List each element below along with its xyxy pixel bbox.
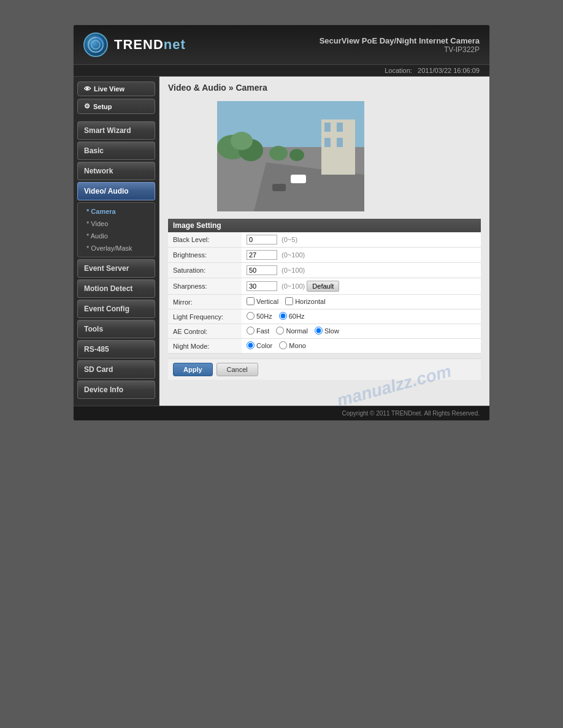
sidebar-item-basic[interactable]: Basic [77,142,155,160]
setup-label: Setup [93,103,112,110]
svg-rect-7 [337,123,343,132]
svg-rect-13 [291,175,306,183]
field-label-saturation: Saturation: [168,263,242,278]
cancel-button[interactable]: Cancel [216,363,258,376]
mirror-vertical-label[interactable]: Vertical [247,297,278,305]
svg-rect-14 [272,184,286,191]
sidebar-item-event-server[interactable]: Event Server [77,259,155,278]
ae-slow-label[interactable]: Slow [315,327,339,335]
svg-point-16 [289,149,304,161]
live-view-button[interactable]: 👁 Live View [77,82,155,96]
field-label-sharpness: Sharpness: [168,278,242,295]
saturation-range: (0~100) [282,267,305,274]
product-title: SecurView PoE Day/Night Internet Camera [320,36,480,45]
sidebar-item-network[interactable]: Network [77,162,155,180]
main-panel: Video & Audio » Camera [159,77,489,406]
sidebar-sub-item-video[interactable]: * Video [78,218,155,230]
sidebar-item-rs485[interactable]: RS-485 [77,340,155,358]
night-color-label[interactable]: Color [247,341,272,349]
black-level-range: (0~5) [282,236,297,243]
sidebar-item-device-info[interactable]: Device Info [77,381,155,399]
content-area: 👁 Live View ⚙ Setup Smart Wizard Basic N… [74,77,489,406]
brightness-range: (0~100) [282,251,305,259]
night-mono-label[interactable]: Mono [279,341,306,349]
svg-rect-6 [324,123,331,132]
table-row: Sharpness: (0~100) Default [168,278,481,295]
brightness-input[interactable] [247,250,277,260]
live-view-label: Live View [94,85,124,93]
copyright-text: Copyright © 2011 TRENDnet. All Rights Re… [342,410,480,417]
table-row: Mirror: Vertical Horizontal [168,295,481,309]
field-label-mirror: Mirror: [168,295,242,309]
header-product-info: SecurView PoE Day/Night Internet Camera … [320,36,480,54]
sidebar-item-event-config[interactable]: Event Config [77,300,155,318]
sharpness-input[interactable] [247,281,277,291]
location-label: Location: [385,67,412,74]
section-header: Image Setting [168,219,481,232]
svg-point-15 [269,146,288,161]
sidebar-sub-item-camera[interactable]: * Camera [78,205,155,218]
ae-normal-label[interactable]: Normal [276,327,307,335]
sidebar-sub-item-overlay[interactable]: * Overlay/Mask [78,242,155,254]
sidebar-sub-menu: * Camera * Video * Audio * Overlay/Mask [77,202,155,257]
field-label-light-freq: Light Frequency: [168,309,242,324]
action-buttons: Apply Cancel [168,358,481,380]
header: TRENDnet SecurView PoE Day/Night Interne… [74,25,489,65]
svg-rect-9 [337,138,343,147]
location-value: 2011/03/22 16:06:09 [418,67,480,74]
table-row: AE Control: Fast Normal [168,324,481,339]
apply-button[interactable]: Apply [173,363,213,376]
light-freq-50-radio[interactable] [247,312,255,320]
table-row: Saturation: (0~100) [168,263,481,278]
camera-icon: 👁 [84,85,91,93]
sidebar-item-smart-wizard[interactable]: Smart Wizard [77,121,155,140]
logo-icon [83,32,108,57]
logo-area: TRENDnet [83,32,186,57]
field-label-brightness: Brightness: [168,248,242,263]
light-freq-50-label[interactable]: 50Hz [247,312,272,320]
gear-icon: ⚙ [84,102,90,110]
table-row: Light Frequency: 50Hz 60Hz [168,309,481,324]
product-model: TV-IP322P [320,45,480,54]
table-row: Brightness: (0~100) [168,248,481,263]
table-row: Black Level: (0~5) [168,232,481,248]
sidebar: 👁 Live View ⚙ Setup Smart Wizard Basic N… [74,77,159,406]
ae-normal-radio[interactable] [276,327,284,335]
sidebar-item-sd-card[interactable]: SD Card [77,360,155,379]
svg-point-12 [231,132,253,150]
saturation-input[interactable] [247,265,277,275]
field-label-black-level: Black Level: [168,232,242,248]
svg-point-1 [91,40,100,49]
page-breadcrumb: Video & Audio » Camera [168,83,481,95]
footer: Copyright © 2011 TRENDnet. All Rights Re… [74,406,489,420]
camera-preview [217,101,364,211]
sidebar-item-tools[interactable]: Tools [77,320,155,338]
table-row: Night Mode: Color Mono [168,339,481,354]
field-label-night-mode: Night Mode: [168,339,242,354]
sidebar-sub-item-audio[interactable]: * Audio [78,230,155,242]
sharpness-range: (0~100) [282,282,305,290]
ae-slow-radio[interactable] [315,327,323,335]
settings-table: Black Level: (0~5) Brightness: (0~100) [168,232,481,354]
night-mono-radio[interactable] [279,341,287,349]
field-label-ae-control: AE Control: [168,324,242,339]
night-color-radio[interactable] [247,341,255,349]
black-level-input[interactable] [247,235,277,245]
sidebar-item-video-audio[interactable]: Video/ Audio [77,182,155,200]
mirror-vertical-checkbox[interactable] [247,297,255,305]
light-freq-60-radio[interactable] [279,312,287,320]
sidebar-item-motion-detect[interactable]: Motion Detect [77,279,155,298]
mirror-horizontal-checkbox[interactable] [285,297,293,305]
brand-name: TRENDnet [114,37,186,53]
ae-fast-label[interactable]: Fast [247,327,269,335]
setup-button[interactable]: ⚙ Setup [77,99,155,114]
light-freq-60-label[interactable]: 60Hz [279,312,305,320]
ae-fast-radio[interactable] [247,327,255,335]
location-bar: Location: 2011/03/22 16:06:09 [74,65,489,77]
default-button[interactable]: Default [307,281,339,292]
mirror-horizontal-label[interactable]: Horizontal [285,297,326,305]
svg-rect-8 [324,138,331,147]
camera-scene [217,101,364,211]
